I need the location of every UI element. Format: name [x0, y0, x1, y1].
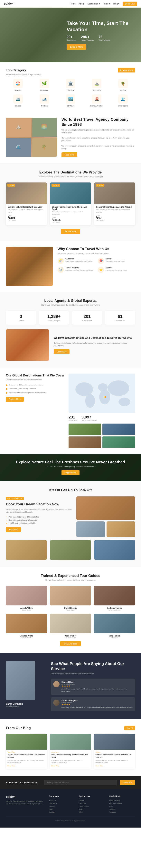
- dest-tag-2: Trending: [51, 184, 60, 187]
- category-city-tours[interactable]: 🏙️ City Tours: [58, 94, 83, 107]
- guide-name-2: Donald Lewis: [50, 607, 91, 609]
- stats-contact-btn[interactable]: Contact Us: [54, 349, 70, 354]
- nav-book-btn[interactable]: Book Now: [123, 2, 137, 6]
- category-historical[interactable]: 🏛️ Historical: [58, 79, 83, 91]
- blog-header: From Our Blog View All: [6, 726, 135, 730]
- why-item-service: ⭐ Service Premium service at every step: [98, 267, 135, 273]
- map-stat-offices: 231 Global Offices: [69, 415, 78, 421]
- nav-destination[interactable]: Destination ▾: [88, 3, 100, 5]
- footer-useful-support[interactable]: Support: [109, 808, 135, 810]
- map-point-text-3: Exclusive partnerships with premium hote…: [9, 392, 46, 394]
- newsletter-subscribe-btn[interactable]: Subscribe: [120, 780, 135, 785]
- about-collage-svg: 🏔️ 🌅 🌊 🌴: [6, 118, 57, 157]
- blog-card-text-1: Discover the most beautiful and exciting…: [7, 760, 46, 764]
- offer-list-text-2: Best price guarantee on all bookings: [8, 519, 37, 521]
- hero-stat-travelers-num: 29K+: [81, 35, 94, 39]
- blog-card-title-3: Cultural Experiences You Can Not Miss On…: [95, 753, 134, 758]
- blog-card-3[interactable]: Culture Cultural Experiences You Can Not…: [94, 734, 135, 769]
- footer-link-careers[interactable]: Careers: [49, 805, 75, 807]
- dest-card-2[interactable]: Trending Chase That Feeling Found The Be…: [50, 183, 91, 225]
- footer-link-about[interactable]: About Us: [49, 799, 75, 801]
- nav-links: Home About Destination ▾ Tours ▾ Blog ▾ …: [70, 2, 137, 6]
- blog-body-3: Culture Cultural Experiences You Can Not…: [94, 750, 135, 769]
- footer-useful-terms[interactable]: Terms of Service: [109, 802, 135, 804]
- footer-desc: We are a leading travel agency providing…: [6, 800, 45, 805]
- guide-card-3[interactable]: Darlomy Trainer Adventure Guide: [94, 586, 135, 611]
- stat-packages-label: Travel Packages: [42, 320, 66, 321]
- blog-img-1: [6, 734, 47, 750]
- category-trekking[interactable]: 🎿 Trekking: [32, 94, 56, 107]
- hero-stats: 29+ Destinations 29K+ Happy Travelers 76…: [67, 35, 133, 41]
- blog-card-1[interactable]: Travel Tips Top 10 Travel Destinations F…: [6, 734, 47, 769]
- footer-link-contact[interactable]: Contact: [49, 811, 75, 813]
- stat-packages-num: 1,289+: [42, 314, 66, 319]
- about-content: World Best Travel Agency Company Since 1…: [62, 117, 135, 157]
- dest-card-1[interactable]: Popular Beutiful Nature Resort With Sea …: [6, 183, 47, 225]
- blog-section: From Our Blog View All Travel Tips Top 1…: [0, 719, 141, 776]
- footer-link-news[interactable]: News: [49, 808, 75, 810]
- footer-useful-col: Useful Link Privacy Policy Terms of Serv…: [109, 795, 135, 813]
- guide-name-5: Yoav Trainer: [50, 635, 91, 637]
- destinations-explore-btn[interactable]: Explore More: [61, 229, 80, 234]
- footer-quick-services[interactable]: Services: [79, 802, 105, 804]
- guide-card-2[interactable]: Donald Lewis Travel Expert: [50, 586, 91, 611]
- guide-card-5[interactable]: Yoav Trainer Mountain Guide: [50, 614, 91, 639]
- footer-quick-home[interactable]: Home: [79, 799, 105, 801]
- guides-view-all-btn[interactable]: View All Guides: [60, 641, 81, 646]
- guide-card-1[interactable]: Angela White Senior Guide: [6, 586, 47, 611]
- adventure-icon: 🌿: [40, 79, 49, 88]
- footer-quick-links: Home Services Destinations Tours Blog: [79, 799, 105, 813]
- offer-check-3: ✓: [6, 522, 7, 524]
- about-image: 🏔️ 🌅 🌊 🌴: [6, 118, 57, 157]
- category-cruises[interactable]: 🚢 Cruises: [6, 94, 30, 107]
- footer-quick-blog[interactable]: Blog: [79, 811, 105, 813]
- category-water-sports[interactable]: 🌊 Water Sports: [111, 94, 135, 107]
- nav-tours[interactable]: Tours ▾: [103, 3, 110, 5]
- blog-read-more-3[interactable]: Read More →: [95, 765, 105, 767]
- about-read-more-btn[interactable]: Read More: [62, 152, 77, 157]
- nav-home[interactable]: Home: [70, 3, 76, 5]
- footer-useful-partners[interactable]: Partners: [109, 811, 135, 813]
- footer-quick-tours[interactable]: Tours: [79, 808, 105, 810]
- test-cards: Michael Chen Adventure Traveler ★★★★★ Ab…: [51, 679, 135, 711]
- footer-useful-faq[interactable]: FAQ: [109, 805, 135, 807]
- nav-about[interactable]: About: [79, 3, 85, 5]
- test-card-1-content: Michael Chen Adventure Traveler ★★★★★ Ab…: [62, 681, 133, 692]
- offer-list-item-1: ✓ Free cancellation up to 24 hours befor…: [6, 516, 72, 518]
- footer-useful-privacy[interactable]: Privacy Policy: [109, 799, 135, 801]
- blog-card-2[interactable]: Adventure Best Mountain Trekking Routes …: [50, 734, 91, 769]
- stats-image: [6, 330, 49, 361]
- offer-list-item-3: ✓ Flexible payment options available: [6, 522, 72, 524]
- offer-book-btn[interactable]: Book Now: [6, 527, 21, 532]
- trip-category-explore-btn[interactable]: Explore More: [118, 68, 135, 72]
- category-adventure[interactable]: 🌿 Adventure: [32, 79, 56, 91]
- newsletter-email-input[interactable]: [44, 780, 117, 785]
- trip-category-title: Trip Category: [6, 69, 26, 72]
- tropical-label: Tropical: [111, 89, 135, 91]
- why-item-guidance: 🧭 Guidance Expert travel guidance for ev…: [57, 258, 95, 264]
- blog-view-all-btn[interactable]: View All: [124, 726, 135, 730]
- blog-card-text-2: Explore the most stunning mountain trail…: [51, 760, 90, 764]
- category-grand-adventure[interactable]: 🌋 Grand Adventure: [85, 94, 109, 107]
- category-tropical[interactable]: 🌴 Tropical: [111, 79, 135, 91]
- stat-card-countries: 3 Countries: [6, 311, 36, 325]
- footer-link-team[interactable]: Our Team: [49, 802, 75, 804]
- footer-quick-destinations[interactable]: Destinations: [79, 805, 105, 807]
- hero-cta-btn[interactable]: Explore More: [67, 44, 86, 50]
- hero-stat-packages-num: 76: [98, 35, 110, 39]
- about-section: 🏔️ 🌅 🌊 🌴 World Best Travel Agency Compan…: [0, 111, 141, 163]
- guides-sub: Our professional guides ensure the best …: [6, 579, 135, 581]
- category-beaches[interactable]: 🏖️ Beaches: [6, 79, 30, 91]
- guide-card-4[interactable]: Chanoa White Cultural Guide: [6, 614, 47, 639]
- test-card-role-1: Adventure Traveler: [62, 683, 133, 685]
- map-explore-btn[interactable]: Explore More: [6, 397, 24, 402]
- blog-read-more-1[interactable]: Read More →: [7, 765, 17, 767]
- nature-explore-btn[interactable]: Explore Now: [62, 470, 80, 475]
- guide-card-6[interactable]: Nanz Rannin City Guide: [94, 614, 135, 639]
- blog-read-more-2[interactable]: Read More →: [51, 765, 61, 767]
- category-mountains[interactable]: ⛰️ Mountains: [85, 79, 109, 91]
- nav-blog[interactable]: Blog ▾: [113, 3, 119, 5]
- dest-card-3[interactable]: Featured Seasonal Trip Coupon Around Aro…: [94, 183, 135, 225]
- offer-title: Book Your Dream Vacation Now: [6, 502, 72, 506]
- dest-price-3: $987: [96, 216, 133, 219]
